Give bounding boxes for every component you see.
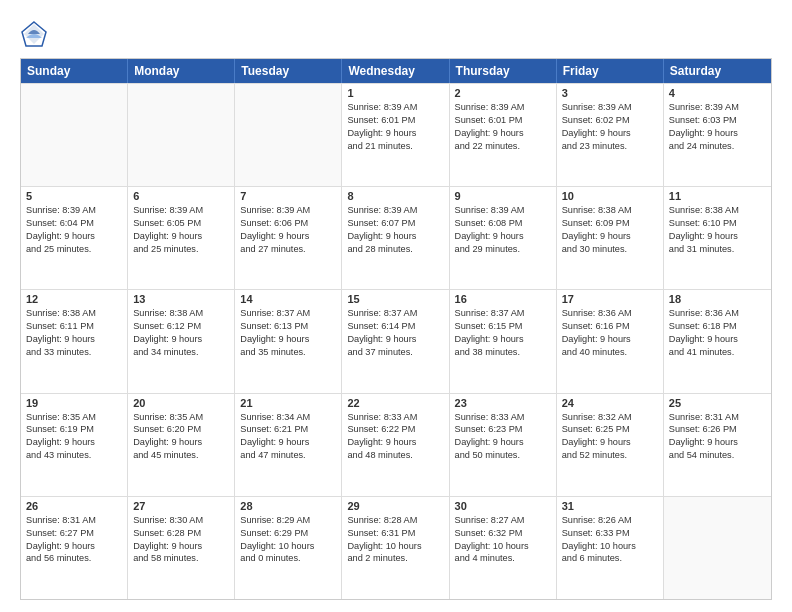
week-row-1: 1Sunrise: 8:39 AMSunset: 6:01 PMDaylight…	[21, 83, 771, 186]
cell-line-2: Daylight: 9 hours	[240, 333, 336, 346]
day-number: 28	[240, 500, 336, 512]
day-number: 26	[26, 500, 122, 512]
cell-line-3: and 54 minutes.	[669, 449, 766, 462]
cell-line-0: Sunrise: 8:32 AM	[562, 411, 658, 424]
cell-line-2: Daylight: 9 hours	[455, 230, 551, 243]
day-cell-24: 24Sunrise: 8:32 AMSunset: 6:25 PMDayligh…	[557, 394, 664, 496]
day-header-monday: Monday	[128, 59, 235, 83]
day-header-thursday: Thursday	[450, 59, 557, 83]
day-cell-11: 11Sunrise: 8:38 AMSunset: 6:10 PMDayligh…	[664, 187, 771, 289]
cell-line-3: and 30 minutes.	[562, 243, 658, 256]
cell-line-0: Sunrise: 8:29 AM	[240, 514, 336, 527]
cell-line-2: Daylight: 9 hours	[347, 436, 443, 449]
week-row-5: 26Sunrise: 8:31 AMSunset: 6:27 PMDayligh…	[21, 496, 771, 599]
day-cell-16: 16Sunrise: 8:37 AMSunset: 6:15 PMDayligh…	[450, 290, 557, 392]
day-cell-12: 12Sunrise: 8:38 AMSunset: 6:11 PMDayligh…	[21, 290, 128, 392]
day-number: 1	[347, 87, 443, 99]
day-cell-14: 14Sunrise: 8:37 AMSunset: 6:13 PMDayligh…	[235, 290, 342, 392]
cell-line-2: Daylight: 9 hours	[562, 230, 658, 243]
cell-line-2: Daylight: 9 hours	[347, 127, 443, 140]
cell-line-2: Daylight: 9 hours	[562, 436, 658, 449]
cell-line-1: Sunset: 6:01 PM	[347, 114, 443, 127]
day-cell-21: 21Sunrise: 8:34 AMSunset: 6:21 PMDayligh…	[235, 394, 342, 496]
cell-line-0: Sunrise: 8:37 AM	[455, 307, 551, 320]
cell-line-3: and 41 minutes.	[669, 346, 766, 359]
day-number: 5	[26, 190, 122, 202]
cell-line-1: Sunset: 6:18 PM	[669, 320, 766, 333]
cell-line-3: and 25 minutes.	[26, 243, 122, 256]
cell-line-3: and 37 minutes.	[347, 346, 443, 359]
day-number: 23	[455, 397, 551, 409]
cell-line-1: Sunset: 6:04 PM	[26, 217, 122, 230]
day-cell-8: 8Sunrise: 8:39 AMSunset: 6:07 PMDaylight…	[342, 187, 449, 289]
cell-line-3: and 0 minutes.	[240, 552, 336, 565]
week-row-4: 19Sunrise: 8:35 AMSunset: 6:19 PMDayligh…	[21, 393, 771, 496]
day-number: 14	[240, 293, 336, 305]
logo	[20, 20, 52, 48]
cell-line-0: Sunrise: 8:38 AM	[133, 307, 229, 320]
day-cell-5: 5Sunrise: 8:39 AMSunset: 6:04 PMDaylight…	[21, 187, 128, 289]
day-number: 4	[669, 87, 766, 99]
cell-line-3: and 4 minutes.	[455, 552, 551, 565]
empty-cell	[21, 84, 128, 186]
day-number: 2	[455, 87, 551, 99]
cell-line-2: Daylight: 9 hours	[26, 540, 122, 553]
day-cell-20: 20Sunrise: 8:35 AMSunset: 6:20 PMDayligh…	[128, 394, 235, 496]
day-cell-28: 28Sunrise: 8:29 AMSunset: 6:29 PMDayligh…	[235, 497, 342, 599]
day-number: 20	[133, 397, 229, 409]
cell-line-0: Sunrise: 8:35 AM	[133, 411, 229, 424]
cell-line-1: Sunset: 6:01 PM	[455, 114, 551, 127]
day-number: 27	[133, 500, 229, 512]
day-number: 11	[669, 190, 766, 202]
day-number: 22	[347, 397, 443, 409]
cell-line-2: Daylight: 9 hours	[562, 333, 658, 346]
cell-line-2: Daylight: 9 hours	[455, 333, 551, 346]
cell-line-3: and 2 minutes.	[347, 552, 443, 565]
page: SundayMondayTuesdayWednesdayThursdayFrid…	[0, 0, 792, 612]
cell-line-1: Sunset: 6:03 PM	[669, 114, 766, 127]
day-cell-6: 6Sunrise: 8:39 AMSunset: 6:05 PMDaylight…	[128, 187, 235, 289]
day-number: 18	[669, 293, 766, 305]
day-cell-30: 30Sunrise: 8:27 AMSunset: 6:32 PMDayligh…	[450, 497, 557, 599]
cell-line-2: Daylight: 9 hours	[26, 333, 122, 346]
cell-line-1: Sunset: 6:33 PM	[562, 527, 658, 540]
cell-line-1: Sunset: 6:23 PM	[455, 423, 551, 436]
day-cell-18: 18Sunrise: 8:36 AMSunset: 6:18 PMDayligh…	[664, 290, 771, 392]
cell-line-0: Sunrise: 8:30 AM	[133, 514, 229, 527]
cell-line-3: and 38 minutes.	[455, 346, 551, 359]
empty-cell	[664, 497, 771, 599]
cell-line-3: and 34 minutes.	[133, 346, 229, 359]
cell-line-3: and 28 minutes.	[347, 243, 443, 256]
day-header-tuesday: Tuesday	[235, 59, 342, 83]
cell-line-3: and 33 minutes.	[26, 346, 122, 359]
day-number: 15	[347, 293, 443, 305]
cell-line-0: Sunrise: 8:31 AM	[669, 411, 766, 424]
cell-line-3: and 27 minutes.	[240, 243, 336, 256]
cell-line-1: Sunset: 6:29 PM	[240, 527, 336, 540]
cell-line-3: and 24 minutes.	[669, 140, 766, 153]
cell-line-2: Daylight: 9 hours	[26, 230, 122, 243]
cell-line-3: and 25 minutes.	[133, 243, 229, 256]
cell-line-1: Sunset: 6:19 PM	[26, 423, 122, 436]
cell-line-3: and 47 minutes.	[240, 449, 336, 462]
day-cell-1: 1Sunrise: 8:39 AMSunset: 6:01 PMDaylight…	[342, 84, 449, 186]
cell-line-2: Daylight: 9 hours	[133, 333, 229, 346]
cell-line-1: Sunset: 6:02 PM	[562, 114, 658, 127]
cell-line-0: Sunrise: 8:35 AM	[26, 411, 122, 424]
empty-cell	[235, 84, 342, 186]
day-cell-17: 17Sunrise: 8:36 AMSunset: 6:16 PMDayligh…	[557, 290, 664, 392]
cell-line-1: Sunset: 6:11 PM	[26, 320, 122, 333]
cell-line-3: and 52 minutes.	[562, 449, 658, 462]
day-cell-19: 19Sunrise: 8:35 AMSunset: 6:19 PMDayligh…	[21, 394, 128, 496]
cell-line-0: Sunrise: 8:39 AM	[347, 204, 443, 217]
day-number: 21	[240, 397, 336, 409]
week-row-2: 5Sunrise: 8:39 AMSunset: 6:04 PMDaylight…	[21, 186, 771, 289]
cell-line-1: Sunset: 6:16 PM	[562, 320, 658, 333]
cell-line-2: Daylight: 10 hours	[562, 540, 658, 553]
cell-line-0: Sunrise: 8:38 AM	[26, 307, 122, 320]
cell-line-2: Daylight: 9 hours	[455, 436, 551, 449]
cell-line-2: Daylight: 9 hours	[240, 436, 336, 449]
day-number: 12	[26, 293, 122, 305]
day-cell-29: 29Sunrise: 8:28 AMSunset: 6:31 PMDayligh…	[342, 497, 449, 599]
cell-line-2: Daylight: 10 hours	[240, 540, 336, 553]
